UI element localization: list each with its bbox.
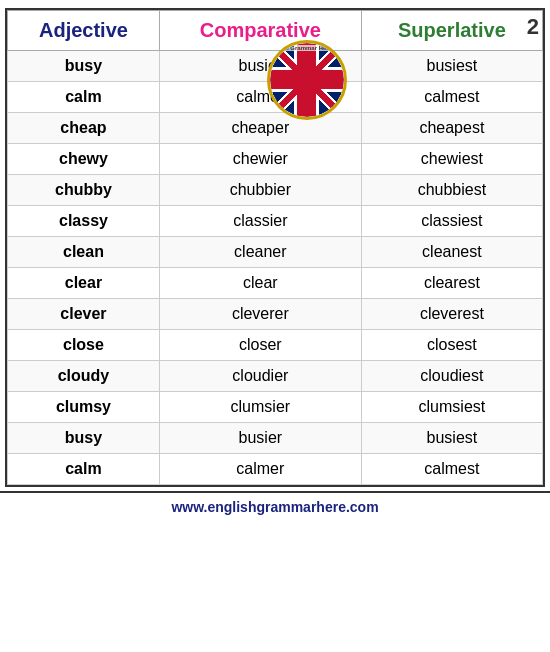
cell-adjective: chubby xyxy=(8,175,160,206)
cell-superlative: busiest xyxy=(361,423,542,454)
watermark-text: English Grammar Here.Com xyxy=(270,45,344,51)
cell-comparative: clear xyxy=(159,268,361,299)
cell-superlative: classiest xyxy=(361,206,542,237)
table-row: classyclassierclassiest xyxy=(8,206,543,237)
table-row: chubbychubbierchubbiest xyxy=(8,175,543,206)
cell-adjective: calm xyxy=(8,82,160,113)
cell-adjective: busy xyxy=(8,51,160,82)
adjective-table: 2 English Grammar Here.Com Adjective Com… xyxy=(5,8,545,487)
page-number: 2 xyxy=(527,14,539,40)
cell-superlative: calmest xyxy=(361,454,542,485)
header-adjective: Adjective xyxy=(8,11,160,51)
footer-url: www.english​grammar​here.com xyxy=(0,491,550,519)
cell-comparative: chubbier xyxy=(159,175,361,206)
cell-adjective: calm xyxy=(8,454,160,485)
cell-comparative: calmer xyxy=(159,454,361,485)
cell-superlative: clearest xyxy=(361,268,542,299)
cell-superlative: calmest xyxy=(361,82,542,113)
cell-adjective: cloudy xyxy=(8,361,160,392)
cell-comparative: cloudier xyxy=(159,361,361,392)
table-row: cleancleanercleanest xyxy=(8,237,543,268)
table-row: clearclearclearest xyxy=(8,268,543,299)
cell-adjective: clear xyxy=(8,268,160,299)
cell-adjective: busy xyxy=(8,423,160,454)
table-row: cloudycloudiercloudiest xyxy=(8,361,543,392)
cell-superlative: cleanest xyxy=(361,237,542,268)
cell-superlative: cleverest xyxy=(361,299,542,330)
cell-adjective: clean xyxy=(8,237,160,268)
header-superlative: Superlative xyxy=(361,11,542,51)
cell-superlative: clumsiest xyxy=(361,392,542,423)
table-row: clevercleverercleverest xyxy=(8,299,543,330)
cell-comparative: classier xyxy=(159,206,361,237)
cell-adjective: cheap xyxy=(8,113,160,144)
cell-superlative: cheapest xyxy=(361,113,542,144)
cell-adjective: clumsy xyxy=(8,392,160,423)
table-row: chewychewierchewiest xyxy=(8,144,543,175)
cell-comparative: cleaner xyxy=(159,237,361,268)
cell-comparative: cleverer xyxy=(159,299,361,330)
cell-superlative: cloudiest xyxy=(361,361,542,392)
table-row: closecloserclosest xyxy=(8,330,543,361)
cell-superlative: chubbiest xyxy=(361,175,542,206)
table-row: cheapcheapercheapest xyxy=(8,113,543,144)
cell-adjective: clever xyxy=(8,299,160,330)
cell-superlative: chewiest xyxy=(361,144,542,175)
cell-comparative: busier xyxy=(159,423,361,454)
cell-adjective: close xyxy=(8,330,160,361)
cell-superlative: closest xyxy=(361,330,542,361)
cell-comparative: closer xyxy=(159,330,361,361)
cell-comparative: clumsier xyxy=(159,392,361,423)
cell-adjective: chewy xyxy=(8,144,160,175)
cell-comparative: chewier xyxy=(159,144,361,175)
cell-adjective: classy xyxy=(8,206,160,237)
watermark-logo: English Grammar Here.Com xyxy=(267,40,347,120)
table-row: busybusierbusiest xyxy=(8,423,543,454)
table-row: calmcalmercalmest xyxy=(8,454,543,485)
cell-superlative: busiest xyxy=(361,51,542,82)
cell-comparative: cheaper xyxy=(159,113,361,144)
table-row: clumsyclumsierclumsiest xyxy=(8,392,543,423)
